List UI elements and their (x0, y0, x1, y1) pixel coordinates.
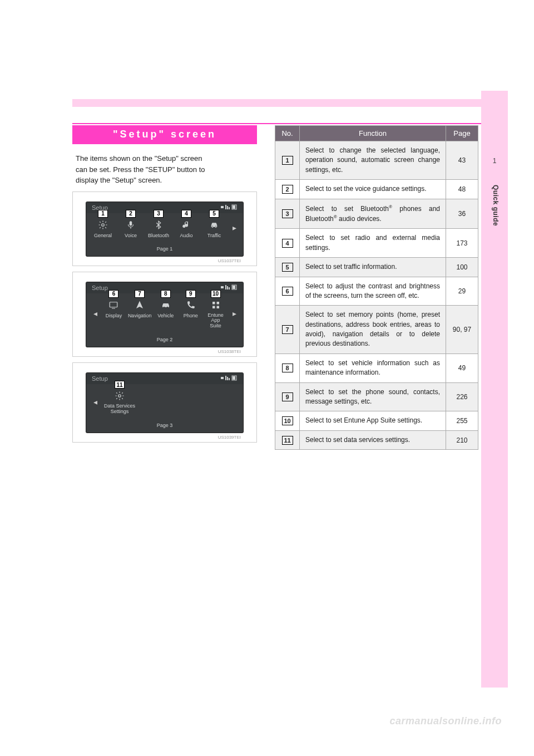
svg-rect-0 (221, 206, 224, 208)
setup-item-label: Voice (125, 233, 137, 238)
callout-box: 2 (126, 210, 136, 218)
row-no: 2 (282, 185, 293, 194)
row-function: Select to set Entune App Suite settings. (300, 411, 446, 430)
row-function: Select to set traffic information. (300, 258, 446, 277)
music-note-icon (180, 219, 192, 231)
row-page: 255 (446, 411, 478, 430)
setup-pager: Page 2 (86, 333, 243, 347)
svg-rect-25 (221, 377, 224, 379)
setup-pager: Page 1 (86, 243, 243, 256)
svg-point-31 (118, 395, 121, 397)
bluetooth-icon (152, 219, 165, 231)
setup-item-general[interactable]: 1 General (91, 217, 115, 239)
svg-rect-30 (233, 376, 235, 380)
setup-items-row: 1 General 2 Voice 3 Bluetooth (86, 213, 243, 243)
intro-text: The items shown on the "Setup" screen ca… (72, 153, 257, 186)
row-page: 29 (446, 277, 478, 306)
setup-item-label: Entune App Suite (205, 313, 226, 330)
row-page: 173 (446, 229, 478, 258)
right-column: No. Function Page 1 Select to change the… (275, 125, 478, 450)
page-prev-arrow[interactable]: ◂ (91, 387, 100, 416)
setup-item-traffic[interactable]: 5 Traffic (202, 217, 226, 239)
table-row: 11 Select to set data services settings.… (275, 430, 478, 449)
svg-rect-12 (225, 285, 226, 289)
svg-rect-14 (229, 287, 230, 289)
callout-box: 4 (181, 210, 191, 218)
row-function: Select to set vehicle information such a… (300, 354, 446, 382)
svg-point-6 (102, 223, 105, 226)
setup-item-label: Traffic (207, 233, 221, 238)
table-row: 2 Select to set the voice guidance setti… (275, 180, 478, 199)
setup-item-vehicle[interactable]: 8 Vehicle (155, 297, 176, 331)
intro-line: can be set. Press the "SETUP" button to (76, 164, 254, 175)
header-rule (72, 123, 490, 124)
section-tab (481, 91, 508, 688)
row-no: 7 (282, 325, 293, 334)
table-header-no: No. (275, 126, 300, 141)
navigation-icon (134, 299, 146, 311)
setup-pager: Page 3 (86, 419, 243, 433)
svg-rect-7 (130, 221, 132, 225)
svg-rect-22 (216, 302, 219, 305)
setup-item-label: Vehicle (157, 313, 174, 318)
row-function: Select to set the phone sound, contacts,… (300, 382, 446, 411)
row-no: 6 (282, 287, 293, 296)
table-header-function: Function (300, 126, 446, 141)
setup-heading: "Setup" screen (72, 125, 257, 144)
setup-item-display[interactable]: 6 Display (103, 297, 125, 331)
gear-icon (113, 390, 126, 402)
callout-box: 8 (161, 290, 171, 298)
status-icons (221, 204, 238, 211)
screenshot-panel: Setup ◂ 6 Display 7 Navigation (72, 272, 257, 357)
svg-rect-21 (212, 302, 215, 305)
callout-box: 3 (154, 210, 164, 218)
image-code: US1038TEI (86, 347, 243, 354)
setup-item-data-services[interactable]: 11 Data Services Settings (103, 387, 136, 416)
setup-item-label: Bluetooth (148, 233, 169, 238)
setup-item-phone[interactable]: 9 Phone (180, 297, 201, 331)
intro-line: display the "Setup" screen. (76, 175, 254, 186)
row-function: Select to adjust the contrast and bright… (300, 277, 446, 306)
row-function: Select to set radio and external media s… (300, 229, 446, 258)
svg-rect-27 (227, 377, 228, 380)
status-icons (221, 284, 238, 291)
row-no: 3 (282, 209, 293, 218)
row-function: Select to change the selected language, … (300, 141, 446, 180)
page-next-arrow[interactable]: ▸ (230, 217, 239, 239)
setup-item-entune[interactable]: 10 Entune App Suite (205, 297, 226, 331)
svg-rect-1 (225, 205, 226, 209)
display-icon (107, 299, 120, 311)
table-row: 1 Select to change the selected language… (275, 141, 478, 180)
setup-item-audio[interactable]: 4 Audio (174, 217, 199, 239)
page-next-arrow[interactable]: ▸ (230, 297, 239, 331)
left-column: "Setup" screen The items shown on the "S… (72, 125, 257, 450)
row-function: Select to set the voice guidance setting… (300, 180, 446, 199)
row-page: 48 (446, 180, 478, 199)
table-row: 9 Select to set the phone sound, contact… (275, 382, 478, 411)
row-no: 5 (282, 263, 293, 272)
setup-window: Setup ◂ 6 Display 7 Navigation (86, 282, 243, 347)
setup-window: Setup ◂ 11 Data Services Settings Page 3 (86, 373, 243, 433)
table-row: 4 Select to set radio and external media… (275, 229, 478, 258)
setup-item-label: Audio (180, 233, 192, 238)
svg-rect-13 (227, 286, 228, 289)
section-tab-number: 1 (481, 157, 508, 165)
callout-box: 6 (108, 290, 118, 298)
setup-item-label: Data Services Settings (104, 404, 135, 415)
svg-rect-11 (221, 286, 224, 288)
watermark: carmanualsonline.info (389, 715, 502, 727)
page-prev-arrow[interactable]: ◂ (91, 297, 100, 331)
row-no: 9 (282, 392, 293, 401)
setup-item-label: Phone (184, 313, 198, 318)
table-header-page: Page (446, 126, 478, 141)
setup-item-voice[interactable]: 2 Voice (118, 217, 143, 239)
table-row: 5 Select to set traffic information. 100 (275, 258, 478, 277)
setup-items-row: ◂ 6 Display 7 Navigation 8 Vehicle (86, 293, 243, 334)
setup-title: Setup (92, 284, 108, 291)
setup-item-bluetooth[interactable]: 3 Bluetooth (146, 217, 171, 239)
screenshot-panel: Setup ◂ 11 Data Services Settings Page 3 (72, 362, 257, 443)
apps-icon (210, 299, 222, 311)
callout-box: 11 (115, 381, 125, 389)
setup-item-navigation[interactable]: 7 Navigation (128, 297, 152, 331)
callout-box: 1 (98, 210, 108, 218)
